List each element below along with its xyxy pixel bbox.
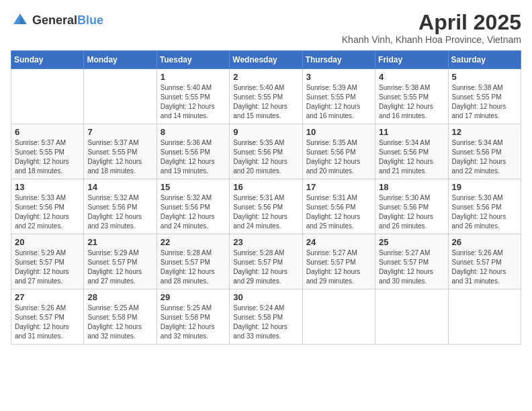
calendar-day-cell: 2Sunrise: 5:40 AM Sunset: 5:55 PM Daylig…	[230, 69, 302, 124]
calendar-day-cell	[375, 289, 448, 345]
day-number: 17	[306, 182, 371, 192]
calendar-day-cell	[11, 69, 84, 124]
calendar-day-cell: 18Sunrise: 5:30 AM Sunset: 5:56 PM Dayli…	[375, 179, 448, 234]
calendar-day-cell: 1Sunrise: 5:40 AM Sunset: 5:55 PM Daylig…	[157, 69, 229, 124]
day-detail: Sunrise: 5:25 AM Sunset: 5:58 PM Dayligh…	[87, 304, 152, 341]
calendar-day-header: Tuesday	[157, 51, 229, 69]
day-number: 16	[233, 182, 298, 192]
day-detail: Sunrise: 5:31 AM Sunset: 5:56 PM Dayligh…	[233, 193, 298, 231]
day-detail: Sunrise: 5:32 AM Sunset: 5:56 PM Dayligh…	[161, 193, 226, 231]
day-number: 29	[161, 292, 226, 302]
day-number: 7	[87, 127, 152, 137]
day-number: 13	[15, 182, 80, 192]
header: GeneralBlue April 2025 Khanh Vinh, Khanh…	[11, 11, 521, 45]
day-detail: Sunrise: 5:37 AM Sunset: 5:55 PM Dayligh…	[15, 138, 80, 176]
day-detail: Sunrise: 5:40 AM Sunset: 5:55 PM Dayligh…	[233, 83, 298, 121]
calendar-day-cell: 20Sunrise: 5:29 AM Sunset: 5:57 PM Dayli…	[11, 234, 84, 289]
calendar-day-cell: 17Sunrise: 5:31 AM Sunset: 5:56 PM Dayli…	[302, 179, 375, 234]
day-number: 5	[452, 72, 517, 82]
logo-blue-text: Blue	[77, 13, 103, 27]
calendar-day-cell: 15Sunrise: 5:32 AM Sunset: 5:56 PM Dayli…	[157, 179, 229, 234]
calendar-day-cell: 3Sunrise: 5:39 AM Sunset: 5:55 PM Daylig…	[302, 69, 375, 124]
day-detail: Sunrise: 5:39 AM Sunset: 5:55 PM Dayligh…	[306, 83, 371, 121]
day-detail: Sunrise: 5:28 AM Sunset: 5:57 PM Dayligh…	[233, 248, 298, 286]
calendar-day-header: Saturday	[448, 51, 521, 69]
day-detail: Sunrise: 5:36 AM Sunset: 5:56 PM Dayligh…	[161, 138, 226, 176]
day-detail: Sunrise: 5:29 AM Sunset: 5:57 PM Dayligh…	[87, 248, 152, 286]
calendar-day-cell: 26Sunrise: 5:26 AM Sunset: 5:57 PM Dayli…	[448, 234, 521, 289]
calendar-day-header: Friday	[375, 51, 448, 69]
calendar-day-cell	[84, 69, 157, 124]
day-number: 1	[161, 72, 226, 82]
calendar-day-cell: 10Sunrise: 5:35 AM Sunset: 5:56 PM Dayli…	[302, 124, 375, 179]
calendar-day-cell: 24Sunrise: 5:27 AM Sunset: 5:57 PM Dayli…	[302, 234, 375, 289]
day-number: 24	[306, 237, 371, 247]
day-detail: Sunrise: 5:38 AM Sunset: 5:55 PM Dayligh…	[452, 83, 517, 121]
day-number: 28	[87, 292, 152, 302]
calendar-day-cell: 29Sunrise: 5:25 AM Sunset: 5:58 PM Dayli…	[157, 289, 229, 345]
day-number: 12	[452, 127, 517, 137]
day-detail: Sunrise: 5:25 AM Sunset: 5:58 PM Dayligh…	[161, 304, 226, 341]
day-number: 3	[306, 72, 371, 82]
day-detail: Sunrise: 5:38 AM Sunset: 5:55 PM Dayligh…	[379, 83, 444, 121]
day-detail: Sunrise: 5:34 AM Sunset: 5:56 PM Dayligh…	[379, 138, 444, 176]
calendar-day-cell: 19Sunrise: 5:30 AM Sunset: 5:56 PM Dayli…	[448, 179, 521, 234]
calendar-day-cell: 28Sunrise: 5:25 AM Sunset: 5:58 PM Dayli…	[84, 289, 157, 345]
day-number: 9	[233, 127, 298, 137]
calendar-day-cell: 21Sunrise: 5:29 AM Sunset: 5:57 PM Dayli…	[84, 234, 157, 289]
calendar-day-cell: 4Sunrise: 5:38 AM Sunset: 5:55 PM Daylig…	[375, 69, 448, 124]
calendar-week-row: 13Sunrise: 5:33 AM Sunset: 5:56 PM Dayli…	[11, 179, 521, 234]
day-detail: Sunrise: 5:30 AM Sunset: 5:56 PM Dayligh…	[379, 193, 444, 231]
calendar-day-cell	[448, 289, 521, 345]
day-number: 10	[306, 127, 371, 137]
calendar-day-cell: 30Sunrise: 5:24 AM Sunset: 5:58 PM Dayli…	[230, 289, 302, 345]
title-block: April 2025 Khanh Vinh, Khanh Hoa Provinc…	[342, 11, 521, 45]
day-detail: Sunrise: 5:28 AM Sunset: 5:57 PM Dayligh…	[161, 248, 226, 286]
day-detail: Sunrise: 5:32 AM Sunset: 5:56 PM Dayligh…	[87, 193, 152, 231]
calendar-day-cell: 8Sunrise: 5:36 AM Sunset: 5:56 PM Daylig…	[157, 124, 229, 179]
logo: GeneralBlue	[11, 11, 103, 30]
calendar-location: Khanh Vinh, Khanh Hoa Province, Vietnam	[342, 34, 521, 45]
calendar-day-header: Sunday	[11, 51, 84, 69]
day-detail: Sunrise: 5:27 AM Sunset: 5:57 PM Dayligh…	[379, 248, 444, 286]
day-number: 18	[379, 182, 444, 192]
calendar-day-header: Wednesday	[230, 51, 302, 69]
day-detail: Sunrise: 5:33 AM Sunset: 5:56 PM Dayligh…	[15, 193, 80, 231]
day-detail: Sunrise: 5:30 AM Sunset: 5:56 PM Dayligh…	[452, 193, 517, 231]
day-number: 19	[452, 182, 517, 192]
day-detail: Sunrise: 5:35 AM Sunset: 5:56 PM Dayligh…	[306, 138, 371, 176]
day-number: 25	[379, 237, 444, 247]
calendar-day-cell: 14Sunrise: 5:32 AM Sunset: 5:56 PM Dayli…	[84, 179, 157, 234]
day-number: 27	[15, 292, 80, 302]
day-detail: Sunrise: 5:29 AM Sunset: 5:57 PM Dayligh…	[15, 248, 80, 286]
calendar-day-cell: 9Sunrise: 5:35 AM Sunset: 5:56 PM Daylig…	[230, 124, 302, 179]
day-number: 23	[233, 237, 298, 247]
calendar-table: SundayMondayTuesdayWednesdayThursdayFrid…	[11, 50, 521, 345]
calendar-day-cell: 5Sunrise: 5:38 AM Sunset: 5:55 PM Daylig…	[448, 69, 521, 124]
calendar-week-row: 6Sunrise: 5:37 AM Sunset: 5:55 PM Daylig…	[11, 124, 521, 179]
calendar-day-header: Thursday	[302, 51, 375, 69]
day-detail: Sunrise: 5:31 AM Sunset: 5:56 PM Dayligh…	[306, 193, 371, 231]
calendar-week-row: 27Sunrise: 5:26 AM Sunset: 5:57 PM Dayli…	[11, 289, 521, 345]
calendar-day-cell: 13Sunrise: 5:33 AM Sunset: 5:56 PM Dayli…	[11, 179, 84, 234]
calendar-day-cell: 27Sunrise: 5:26 AM Sunset: 5:57 PM Dayli…	[11, 289, 84, 345]
calendar-day-cell: 12Sunrise: 5:34 AM Sunset: 5:56 PM Dayli…	[448, 124, 521, 179]
logo-icon	[11, 11, 30, 30]
calendar-header-row: SundayMondayTuesdayWednesdayThursdayFrid…	[11, 51, 521, 69]
calendar-body: 1Sunrise: 5:40 AM Sunset: 5:55 PM Daylig…	[11, 69, 521, 345]
day-detail: Sunrise: 5:35 AM Sunset: 5:56 PM Dayligh…	[233, 138, 298, 176]
day-number: 11	[379, 127, 444, 137]
day-number: 6	[15, 127, 80, 137]
calendar-day-header: Monday	[84, 51, 157, 69]
day-detail: Sunrise: 5:26 AM Sunset: 5:57 PM Dayligh…	[15, 304, 80, 341]
day-detail: Sunrise: 5:37 AM Sunset: 5:55 PM Dayligh…	[87, 138, 152, 176]
calendar-week-row: 20Sunrise: 5:29 AM Sunset: 5:57 PM Dayli…	[11, 234, 521, 289]
day-number: 2	[233, 72, 298, 82]
day-detail: Sunrise: 5:34 AM Sunset: 5:56 PM Dayligh…	[452, 138, 517, 176]
day-number: 15	[161, 182, 226, 192]
calendar-title: April 2025	[342, 11, 521, 34]
day-number: 21	[87, 237, 152, 247]
calendar-day-cell: 25Sunrise: 5:27 AM Sunset: 5:57 PM Dayli…	[375, 234, 448, 289]
day-number: 22	[161, 237, 226, 247]
calendar-day-cell: 7Sunrise: 5:37 AM Sunset: 5:55 PM Daylig…	[84, 124, 157, 179]
